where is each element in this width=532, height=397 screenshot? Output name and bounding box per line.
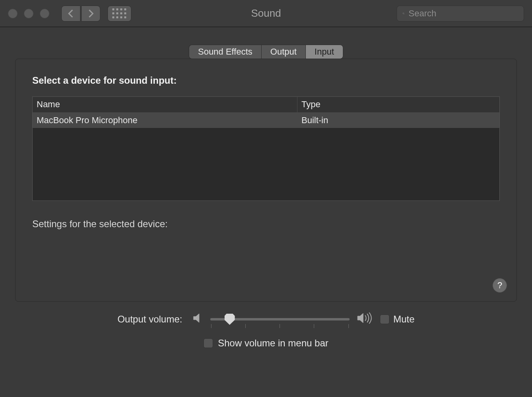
show-all-button[interactable] [108, 6, 131, 22]
search-icon [403, 10, 405, 18]
speaker-muted-icon [192, 312, 203, 326]
column-header-name[interactable]: Name [33, 97, 297, 112]
content-area: Sound Effects Output Input Select a devi… [0, 27, 532, 349]
show-volume-menubar-checkbox[interactable] [203, 338, 213, 348]
mute-group: Mute [380, 314, 415, 325]
device-table-header: Name Type [33, 97, 499, 113]
mute-checkbox[interactable] [380, 314, 389, 324]
grid-icon [112, 8, 127, 19]
show-volume-menubar-label: Show volume in menu bar [218, 338, 328, 349]
sound-preferences-window: Sound Sound Effects Output Input Select … [0, 0, 532, 397]
output-volume-slider[interactable] [210, 314, 350, 324]
help-button[interactable]: ? [493, 278, 507, 293]
footer-controls: Output volume: Mute [15, 312, 517, 349]
output-volume-row: Output volume: Mute [30, 312, 502, 326]
select-device-label: Select a device for sound input: [32, 75, 500, 86]
chevron-left-icon [68, 9, 74, 18]
slider-thumb[interactable] [225, 314, 235, 325]
tab-sound-effects[interactable]: Sound Effects [189, 45, 261, 59]
tab-bar: Sound Effects Output Input [15, 45, 517, 59]
input-device-table: Name Type MacBook Pro Microphone Built-i… [32, 96, 500, 201]
back-button[interactable] [61, 6, 80, 22]
column-header-type[interactable]: Type [297, 97, 499, 112]
titlebar: Sound [0, 0, 532, 27]
tab-input[interactable]: Input [305, 45, 343, 59]
nav-buttons [61, 6, 100, 22]
table-row[interactable]: MacBook Pro Microphone Built-in [33, 113, 499, 128]
settings-for-device-label: Settings for the selected device: [32, 218, 500, 230]
show-volume-menubar-row: Show volume in menu bar [30, 338, 502, 349]
svg-point-0 [403, 13, 404, 14]
zoom-window-button[interactable] [40, 9, 49, 18]
device-type-cell: Built-in [297, 114, 499, 127]
search-input[interactable] [409, 8, 518, 19]
forward-button[interactable] [81, 6, 100, 22]
input-panel: Select a device for sound input: Name Ty… [15, 59, 517, 302]
speaker-loud-icon [357, 312, 373, 326]
chevron-right-icon [88, 9, 94, 18]
device-name-cell: MacBook Pro Microphone [33, 114, 297, 127]
device-table-body: MacBook Pro Microphone Built-in [33, 113, 499, 200]
tab-output[interactable]: Output [261, 45, 305, 59]
minimize-window-button[interactable] [24, 9, 33, 18]
window-controls [8, 9, 49, 18]
mute-label: Mute [393, 314, 415, 325]
output-volume-label: Output volume: [117, 314, 182, 325]
slider-ticks [210, 324, 350, 328]
close-window-button[interactable] [8, 9, 18, 18]
search-field-wrap[interactable] [397, 6, 524, 22]
